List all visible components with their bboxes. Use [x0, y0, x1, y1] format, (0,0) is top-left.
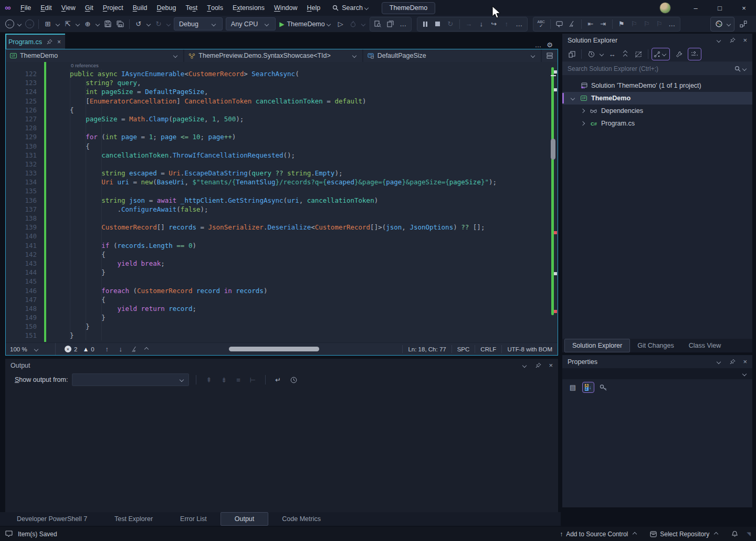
code-line[interactable]: 144 } [6, 268, 558, 277]
code-line[interactable]: 123 string? query, [6, 78, 558, 87]
search-menu[interactable]: Search [332, 4, 370, 12]
copilot-chevron-icon[interactable] [727, 22, 731, 26]
tab-overflow-icon[interactable]: … [535, 41, 542, 49]
next-issue-icon[interactable]: ↓ [114, 344, 127, 355]
spaces-indicator[interactable]: SPC [452, 345, 475, 353]
code-line[interactable]: 139 CustomerRecord[] records = JsonSeria… [6, 223, 558, 232]
menu-window[interactable]: Window [269, 0, 302, 16]
clear-bookmarks-icon[interactable]: ⚐ [653, 18, 666, 30]
step-over-icon[interactable]: ↪ [488, 18, 500, 30]
hot-reload-chevron-icon[interactable] [361, 22, 365, 26]
menu-help[interactable]: Help [302, 0, 326, 16]
tree-item-solution-themedemo-1-of-1-project-[interactable]: Solution 'ThemeDemo' (1 of 1 project) [562, 79, 752, 92]
type-dropdown[interactable]: ThemePreview.Demo.SyntaxShowcase<TId> [184, 49, 362, 62]
add-item-chevron-icon[interactable] [96, 22, 100, 26]
add-item-icon[interactable]: ⊕ [81, 18, 94, 30]
open-file-chevron-icon[interactable] [76, 22, 80, 26]
properties-wrench-icon[interactable] [673, 48, 685, 60]
close-icon[interactable]: × [743, 358, 747, 366]
error-count[interactable]: 2 [74, 346, 77, 352]
code-line[interactable]: 138 [6, 214, 558, 223]
warning-count[interactable]: 0 [91, 346, 94, 352]
code-line[interactable]: 145 [6, 277, 558, 286]
goto-message-icon[interactable]: ≡ [234, 376, 243, 384]
menu-tools[interactable]: Tools [202, 0, 228, 16]
collapse-all-icon[interactable] [619, 48, 632, 60]
panel-tab-solution-explorer[interactable]: Solution Explorer [564, 339, 630, 352]
solution-configuration-combo[interactable]: Debug [174, 17, 223, 30]
bookmark-icon[interactable]: ⚑ [615, 18, 628, 30]
member-dropdown[interactable]: DefaultPageSize [363, 49, 541, 62]
code-line[interactable]: 137 .ConfigureAwait(false); [6, 205, 558, 214]
new-file-chevron-icon[interactable] [56, 22, 60, 26]
indent-increase-icon[interactable]: ⇥ [597, 18, 610, 30]
code-line[interactable]: 129 for (int page = 1; page <= 10; page+… [6, 132, 558, 141]
redo-chevron-icon[interactable] [166, 22, 171, 26]
step-out-icon[interactable]: ↑ [500, 18, 513, 30]
encoding-indicator[interactable]: UTF-8 with BOM [501, 345, 558, 353]
minimize-button[interactable]: – [684, 0, 708, 16]
back-icon[interactable]: ← [3, 18, 16, 30]
spell-check-icon[interactable]: ABC✓ [535, 18, 548, 30]
prev-bookmark-icon[interactable]: ⚐ [628, 18, 640, 30]
properties-grid[interactable] [562, 395, 752, 507]
code-line[interactable]: 135 [6, 186, 558, 195]
tool-tab-output[interactable]: Output [220, 512, 269, 526]
pin-icon[interactable] [730, 37, 736, 43]
maximize-button[interactable]: □ [708, 0, 732, 16]
next-message-icon[interactable]: ⇟ [218, 376, 229, 384]
close-icon[interactable]: × [743, 36, 747, 44]
categorized-icon[interactable]: ▤ [566, 381, 579, 393]
caret-position[interactable]: Ln: 18, Ch: 77 [402, 345, 451, 353]
code-line[interactable]: 141 if (records.Length == 0) [6, 241, 558, 250]
undo-icon[interactable]: ↺ [132, 18, 145, 30]
switch-views-icon[interactable] [565, 48, 578, 60]
track-active-item-button[interactable] [652, 48, 670, 60]
comment-icon[interactable] [553, 18, 566, 30]
panel-tab-git-changes[interactable]: Git Changes [630, 339, 681, 352]
menu-extensions[interactable]: Extensions [228, 0, 269, 16]
code-line[interactable]: 126 { [6, 106, 558, 115]
code-line[interactable]: 150 } [6, 322, 558, 331]
text-overflow-icon[interactable]: … [666, 18, 678, 30]
code-cleanup-run-icon[interactable] [128, 344, 141, 355]
scrollbar-thumb[interactable] [551, 139, 555, 160]
filter-chevron-icon[interactable] [600, 52, 604, 56]
show-next-statement-icon[interactable]: → [463, 18, 475, 30]
property-pages-key-icon[interactable] [597, 381, 610, 393]
hot-reload-icon[interactable] [347, 18, 360, 30]
step-into-icon[interactable]: ↓ [475, 18, 488, 30]
code-line[interactable]: 124 int pageSize = DefaultPageSize, [6, 87, 558, 96]
next-bookmark-icon[interactable]: ⚐ [640, 18, 653, 30]
prev-message-icon[interactable]: ⇞ [203, 376, 214, 384]
close-tab-icon[interactable]: × [57, 38, 61, 46]
resize-grip[interactable]: ◥ [747, 531, 751, 537]
zoom-combo[interactable]: 100 % [6, 343, 56, 355]
editor-options-gear-icon[interactable]: ⚙ [547, 41, 553, 49]
indent-decrease-icon[interactable]: ⇤ [584, 18, 597, 30]
code-line[interactable]: 140 [6, 232, 558, 241]
code-line[interactable]: 128 [6, 123, 558, 132]
tree-item-dependencies[interactable]: Dependencies [562, 105, 752, 117]
code-line[interactable]: 125 [EnumeratorCancellation] Cancellatio… [6, 97, 558, 106]
select-repository-button[interactable]: Select Repository [650, 530, 720, 538]
prev-issue-icon[interactable]: ↑ [101, 344, 113, 355]
cleanup-chevron-icon[interactable] [144, 347, 148, 351]
codelens-references[interactable]: 0 references [6, 62, 558, 69]
menu-project[interactable]: Project [98, 0, 128, 16]
save-all-icon[interactable] [114, 18, 127, 30]
output-source-combo[interactable] [72, 373, 189, 386]
code-line[interactable]: 151 } [6, 331, 558, 340]
window-title[interactable]: ThemeDemo [382, 2, 435, 14]
pause-icon[interactable] [419, 18, 432, 30]
code-line[interactable]: 134 Uri uri = new(BaseUri, $"tenants/{Te… [6, 178, 558, 186]
code-line[interactable]: 132 [6, 160, 558, 169]
code-line[interactable]: 122 public async IAsyncEnumerable<Custom… [6, 69, 558, 78]
code-line[interactable]: 133 string escaped = Uri.EscapeDataStrin… [6, 169, 558, 178]
pin-icon[interactable] [47, 39, 52, 45]
redo-icon[interactable]: ↻ [152, 18, 165, 30]
clear-all-icon[interactable]: ⊢ [247, 376, 258, 384]
output-content[interactable] [5, 388, 558, 508]
pin-icon[interactable] [730, 359, 736, 365]
properties-object-combo[interactable] [562, 368, 752, 379]
